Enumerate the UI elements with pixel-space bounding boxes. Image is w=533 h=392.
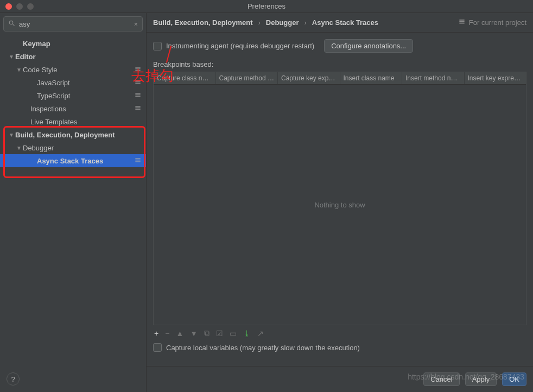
project-scope-icon <box>132 65 142 74</box>
crumb-2: Async Stack Traces <box>312 18 378 27</box>
capture-local-variables-checkbox[interactable] <box>153 343 162 352</box>
settings-tree: Keymap▼Editor▼Code StyleJavaScriptTypeSc… <box>0 35 146 392</box>
tree-item-label: JavaScript <box>37 79 132 87</box>
paste-icon[interactable]: ▭ <box>230 329 237 338</box>
down-icon[interactable]: ▼ <box>190 329 198 338</box>
breakpoints-based-label: Breakpoints based: <box>153 60 526 68</box>
configure-annotations-button[interactable]: Configure annotations... <box>324 39 413 53</box>
tree-item-async-stack-traces[interactable]: Async Stack Traces <box>0 154 146 167</box>
settings-sidebar: asy × Keymap▼Editor▼Code StyleJavaScript… <box>0 13 147 392</box>
titlebar: Preferences <box>0 0 533 13</box>
window-title: Preferences <box>248 2 285 10</box>
import-icon[interactable]: ⭳ <box>243 329 251 338</box>
help-button[interactable]: ? <box>7 372 20 385</box>
capture-local-variables-label: Capture local variables (may greatly slo… <box>166 344 360 352</box>
ok-button[interactable]: OK <box>502 372 526 386</box>
column-header[interactable]: Capture method n... <box>216 72 278 84</box>
minimize-window-button[interactable] <box>16 3 23 10</box>
settings-search[interactable]: asy × <box>3 16 143 31</box>
clear-search-icon[interactable]: × <box>134 20 138 28</box>
tree-item-label: Keymap <box>23 40 142 48</box>
column-header[interactable]: Insert key expressi... <box>465 72 526 84</box>
table-toolbar: + − ▲ ▼ ⧉ ☑ ▭ ⭳ ↗ <box>153 325 526 341</box>
column-header[interactable]: Insert method name <box>402 72 465 84</box>
chevron-right-icon: › <box>304 18 306 27</box>
tree-item-label: TypeScript <box>37 92 132 100</box>
add-icon[interactable]: + <box>154 329 158 338</box>
tree-item-label: Inspections <box>30 105 132 113</box>
tree-item-keymap[interactable]: Keymap <box>0 37 146 50</box>
tree-item-code-style[interactable]: ▼Code Style <box>0 63 146 76</box>
project-scope-icon <box>132 156 142 166</box>
tree-arrow-icon: ▼ <box>8 132 15 138</box>
tree-item-live-templates[interactable]: Live Templates <box>0 115 146 128</box>
apply-button[interactable]: Apply <box>465 372 497 386</box>
tree-item-label: Debugger <box>23 144 142 152</box>
instrumenting-agent-checkbox[interactable] <box>153 42 162 50</box>
copy-icon[interactable]: ⧉ <box>204 328 210 338</box>
project-scope-icon <box>132 91 142 100</box>
tree-arrow-icon: ▼ <box>8 54 15 60</box>
crumb-0[interactable]: Build, Execution, Deployment <box>153 18 252 27</box>
close-window-button[interactable] <box>5 3 12 10</box>
tree-item-label: Editor <box>15 53 142 61</box>
breakpoints-table: Capture class nameCapture method n...Cap… <box>153 72 526 325</box>
dialog-footer: Cancel Apply OK <box>147 366 533 392</box>
remove-icon[interactable]: − <box>165 329 169 338</box>
project-scope-icon <box>132 78 142 87</box>
tree-item-typescript[interactable]: TypeScript <box>0 89 146 102</box>
tree-item-editor[interactable]: ▼Editor <box>0 50 146 63</box>
tree-item-build-execution-deployment[interactable]: ▼Build, Execution, Deployment <box>0 128 146 141</box>
tree-item-label: Async Stack Traces <box>37 157 132 165</box>
search-text: asy <box>19 20 134 28</box>
column-header[interactable]: Insert class name <box>340 72 403 84</box>
instrumenting-agent-label: Instrumenting agent (requires debugger r… <box>166 42 314 50</box>
crumb-1[interactable]: Debugger <box>266 18 299 27</box>
check-icon[interactable]: ☑ <box>216 329 223 338</box>
tree-arrow-icon: ▼ <box>15 145 23 151</box>
tree-item-label: Code Style <box>23 66 132 74</box>
table-empty-text: Nothing to show <box>154 85 526 325</box>
tree-item-javascript[interactable]: JavaScript <box>0 76 146 89</box>
project-scope-icon <box>132 104 142 113</box>
tree-item-debugger[interactable]: ▼Debugger <box>0 141 146 154</box>
breadcrumb: Build, Execution, Deployment › Debugger … <box>147 13 533 33</box>
column-header[interactable]: Capture class name <box>154 72 216 84</box>
tree-item-inspections[interactable]: Inspections <box>0 102 146 115</box>
column-header[interactable]: Capture key expre... <box>278 72 340 84</box>
up-icon[interactable]: ▲ <box>176 329 183 338</box>
chevron-right-icon: › <box>258 18 260 27</box>
search-icon <box>8 20 19 29</box>
stack-icon <box>458 18 466 27</box>
tree-item-label: Build, Execution, Deployment <box>15 131 142 139</box>
tree-arrow-icon: ▼ <box>15 67 23 73</box>
for-current-project-label: For current project <box>469 18 526 27</box>
zoom-window-button[interactable] <box>27 3 34 10</box>
export-icon[interactable]: ↗ <box>257 329 264 338</box>
tree-item-label: Live Templates <box>30 118 142 126</box>
cancel-button[interactable]: Cancel <box>423 372 459 386</box>
